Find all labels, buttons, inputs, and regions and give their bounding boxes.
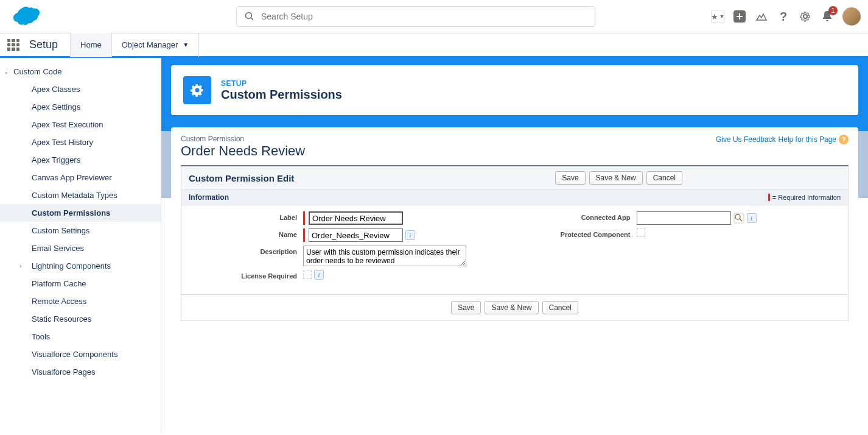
label-license: License Required: [194, 270, 303, 280]
entity-type-label: Custom Permission: [181, 135, 305, 143]
svg-point-3: [195, 88, 200, 93]
lookup-icon[interactable]: [733, 213, 744, 224]
context-bar: Setup Home Object Manager▼: [0, 34, 868, 58]
tree-item-platform-cache[interactable]: Platform Cache: [0, 275, 161, 292]
cancel-button[interactable]: Cancel: [646, 171, 682, 185]
required-legend: = Required Information: [768, 193, 841, 202]
tree-item-apex-classes[interactable]: Apex Classes: [0, 80, 161, 98]
label-input[interactable]: [309, 211, 403, 225]
chevron-down-icon: ⌄: [4, 68, 12, 75]
header-actions: ★▼ ? 1: [711, 7, 861, 26]
global-header: ★▼ ? 1: [0, 0, 868, 34]
entity-title: Order Needs Review: [181, 143, 305, 159]
required-indicator: [303, 228, 305, 242]
notifications-button[interactable]: 1: [821, 10, 834, 23]
notification-badge: 1: [828, 6, 838, 15]
save-new-button-bottom[interactable]: Save & New: [485, 301, 538, 314]
save-button-bottom[interactable]: Save: [451, 301, 481, 314]
main-content: SETUP Custom Permissions Custom Permissi…: [161, 58, 868, 433]
add-button[interactable]: [733, 10, 746, 23]
search-container: [236, 6, 595, 27]
save-button[interactable]: Save: [555, 171, 585, 185]
salesforce-logo: [10, 5, 41, 27]
tree-item-canvas-app-previewer[interactable]: Canvas App Previewer: [0, 169, 161, 186]
cancel-button-bottom[interactable]: Cancel: [542, 301, 578, 314]
info-icon[interactable]: i: [314, 270, 324, 280]
protected-checkbox[interactable]: [637, 228, 645, 237]
trailhead-icon[interactable]: [755, 10, 768, 23]
tree-item-tools[interactable]: Tools: [0, 328, 161, 345]
info-icon[interactable]: i: [747, 213, 757, 223]
tab-home[interactable]: Home: [70, 33, 112, 57]
star-icon: ★: [711, 12, 718, 21]
detail-card: Custom Permission Order Needs Review Giv…: [171, 127, 858, 333]
save-new-button[interactable]: Save & New: [589, 171, 643, 185]
help-icon[interactable]: ?: [839, 135, 849, 144]
page-header: SETUP Custom Permissions: [171, 65, 858, 115]
app-launcher-icon[interactable]: [7, 39, 19, 51]
gear-icon: [183, 76, 211, 104]
edit-panel: Custom Permission Edit Save Save & New C…: [181, 165, 849, 321]
license-checkbox[interactable]: [303, 271, 312, 279]
label-name: Name: [194, 228, 303, 238]
connected-app-input[interactable]: [637, 211, 731, 225]
required-indicator: [303, 211, 305, 225]
tree-item-custom-settings[interactable]: Custom Settings: [0, 222, 161, 239]
name-input[interactable]: [309, 228, 403, 242]
svg-line-5: [740, 219, 742, 221]
label-label: Label: [194, 211, 303, 221]
search-icon: [245, 12, 254, 23]
tree-item-visualforce-pages[interactable]: Visualforce Pages: [0, 363, 161, 381]
setup-gear-icon[interactable]: [799, 10, 812, 23]
label-description: Description: [194, 246, 303, 255]
tree-item-email-services[interactable]: Email Services: [0, 239, 161, 257]
tree-item-custom-metadata-types[interactable]: Custom Metadata Types: [0, 186, 161, 204]
setup-tree[interactable]: ⌄ Custom Code Apex Classes Apex Settings…: [0, 58, 161, 433]
svg-line-1: [251, 18, 254, 21]
tab-object-manager[interactable]: Object Manager▼: [112, 33, 199, 57]
tree-item-apex-triggers[interactable]: Apex Triggers: [0, 151, 161, 169]
svg-point-4: [735, 214, 740, 219]
tree-item-apex-settings[interactable]: Apex Settings: [0, 98, 161, 116]
tree-item-apex-test-execution[interactable]: Apex Test Execution: [0, 116, 161, 133]
tree-item-visualforce-components[interactable]: Visualforce Components: [0, 345, 161, 363]
label-protected: Protected Component: [527, 228, 637, 238]
help-icon[interactable]: ?: [777, 10, 790, 23]
tree-item-apex-test-history[interactable]: Apex Test History: [0, 133, 161, 151]
avatar[interactable]: [842, 7, 861, 26]
tree-item-remote-access[interactable]: Remote Access: [0, 292, 161, 310]
chevron-right-icon: ›: [19, 263, 28, 269]
chevron-down-icon: ▼: [183, 41, 189, 48]
info-section-label: Information: [189, 193, 229, 202]
page-eyebrow: SETUP: [221, 79, 342, 88]
favorites-button[interactable]: ★▼: [711, 10, 724, 23]
tree-item-custom-permissions[interactable]: Custom Permissions: [0, 204, 161, 222]
tree-section-custom-code[interactable]: ⌄ Custom Code: [0, 63, 161, 80]
info-icon[interactable]: i: [405, 230, 415, 240]
page-title: Custom Permissions: [221, 88, 342, 102]
description-input[interactable]: [303, 246, 466, 266]
panel-title: Custom Permission Edit: [189, 173, 294, 183]
help-link[interactable]: Help for this Page: [779, 135, 836, 144]
label-connected-app: Connected App: [527, 211, 637, 221]
feedback-link[interactable]: Give Us Feedback: [716, 135, 776, 144]
chevron-down-icon: ▼: [719, 13, 725, 19]
help-links: Give Us Feedback Help for this Page ?: [716, 135, 849, 144]
tree-item-lightning-components[interactable]: ›Lightning Components: [0, 257, 161, 275]
tree-item-static-resources[interactable]: Static Resources: [0, 310, 161, 328]
app-name: Setup: [29, 38, 58, 51]
svg-point-0: [246, 13, 252, 19]
search-input[interactable]: [236, 6, 595, 27]
